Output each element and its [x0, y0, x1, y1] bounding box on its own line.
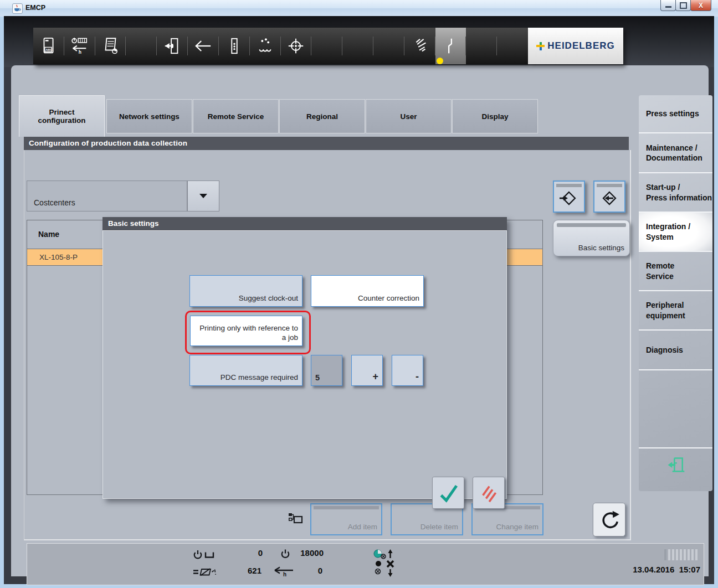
exit-button[interactable]: [639, 448, 712, 482]
window-title: EMCP: [25, 4, 45, 12]
pdc-message-required-button[interactable]: PDC message required: [189, 355, 302, 386]
sheet-report-button[interactable]: [95, 28, 126, 64]
sheet-report-icon: [101, 37, 120, 55]
press-state-icon-cluster: [372, 548, 398, 580]
date-label: 13.04.2016: [633, 565, 674, 574]
import-diamond-icon: [559, 188, 579, 208]
tab-label: User: [400, 112, 417, 121]
costcenter-name: XL-105-8-P: [39, 253, 78, 261]
counter-correction-button[interactable]: Counter correction: [311, 275, 424, 307]
counter-value-3: 621: [234, 566, 261, 575]
add-item-button[interactable]: Add item: [310, 503, 382, 535]
dialog-body: Suggest clock-out Counter correction Pri…: [102, 230, 507, 499]
close-button[interactable]: X: [690, 0, 711, 11]
toolbar-empty-slot: [311, 28, 342, 64]
exit-door-icon: [666, 455, 686, 476]
maximize-icon: [680, 2, 687, 9]
chevron-down-icon: [199, 194, 207, 198]
cancel-button[interactable]: [473, 477, 505, 509]
cancel-slashes-icon: [476, 480, 501, 506]
register-cross-button[interactable]: [281, 28, 312, 64]
arrow-h-icon: h: [274, 566, 295, 580]
sheet-infeed-icon: [163, 37, 182, 55]
service-impression-button[interactable]: [435, 28, 466, 64]
printing-only-with-reference-button[interactable]: Printing only with reference to a job: [190, 316, 302, 346]
title-bar: EMCP X: [0, 0, 718, 17]
power-tray-icon: [193, 550, 216, 562]
counter-readout-button[interactable]: h: [64, 28, 95, 64]
sidebar-item-label: Diagnosis: [646, 345, 683, 355]
export-button[interactable]: [593, 180, 625, 213]
register-cross-icon: [286, 37, 305, 55]
costcenters-dropdown-button[interactable]: [187, 180, 219, 212]
heidelberg-plus-mark-icon: [536, 42, 545, 50]
window-frame: Prinect configuration Network settings R…: [4, 16, 714, 584]
main-panel: Prinect configuration Network settings R…: [11, 65, 709, 576]
washup-button[interactable]: [250, 28, 281, 64]
sidebar-spacer: [639, 370, 712, 448]
network-pc-icon: [288, 512, 303, 528]
sidebar-item-integration-system[interactable]: Integration / System: [639, 213, 712, 252]
sidebar-item-label: Peripheral equipment: [646, 300, 685, 320]
maximize-button[interactable]: [675, 0, 691, 11]
sheet-infeed-button[interactable]: [157, 28, 188, 64]
plus-icon: +: [372, 370, 378, 383]
load-meter: [664, 549, 698, 560]
tab-regional[interactable]: Regional: [279, 99, 365, 133]
tab-user[interactable]: User: [366, 99, 452, 133]
java-app-icon: [12, 3, 23, 14]
column-header-name: Name: [38, 230, 59, 239]
toolbar-empty-slot: [497, 28, 528, 64]
svg-text:h: h: [78, 49, 81, 55]
powder-spray-button[interactable]: [404, 28, 435, 64]
pdc-count-value[interactable]: 5: [311, 355, 342, 386]
basic-settings-button-label: Basic settings: [578, 244, 624, 252]
washup-icon: [256, 37, 275, 55]
svg-text:ABC: ABC: [45, 48, 53, 51]
costcenters-field[interactable]: Costcenters: [27, 180, 187, 212]
toolbar-empty-slot: [126, 28, 157, 64]
sidebar-item-diagnosis[interactable]: Diagnosis: [639, 331, 712, 370]
sidebar-item-maintenance-documentation[interactable]: Maintenance / Documentation: [639, 133, 712, 173]
dialog-title: Basic settings: [102, 217, 507, 230]
main-toolbar: ABC h: [33, 28, 528, 64]
counter-value-4: 0: [301, 566, 322, 575]
tab-prinect-configuration[interactable]: Prinect configuration: [19, 95, 105, 137]
sidebar-item-press-settings[interactable]: Press settings: [639, 95, 712, 133]
import-button[interactable]: [553, 180, 585, 213]
sidebar-item-label: Integration / System: [646, 221, 690, 241]
section-header: Configuration of production data collect…: [24, 137, 629, 150]
tab-network-settings[interactable]: Network settings: [106, 99, 192, 133]
suggest-clock-out-button[interactable]: Suggest clock-out: [189, 275, 302, 307]
sidebar-item-remote-service[interactable]: Remote Service: [639, 252, 712, 291]
sidebar-item-label: Start-up / Press information: [646, 182, 712, 202]
decrement-button[interactable]: -: [392, 355, 423, 386]
increment-button[interactable]: +: [351, 355, 383, 386]
sidebar-item-peripheral-equipment[interactable]: Peripheral equipment: [639, 291, 712, 331]
sidebar-navigation: Press settings Maintenance / Documentati…: [639, 95, 712, 491]
sidebar-item-label: Maintenance / Documentation: [646, 143, 702, 163]
counter-readout-icon: h: [70, 37, 89, 55]
service-impression-icon: [441, 37, 460, 55]
confirm-button[interactable]: [432, 477, 464, 509]
basic-settings-button[interactable]: Basic settings: [553, 220, 630, 256]
sidebar-item-startup-press-information[interactable]: Start-up / Press information: [639, 173, 712, 213]
arrow-left-button[interactable]: [188, 28, 219, 64]
datetime-display: 13.04.2016 15:07: [595, 565, 700, 574]
costcenters-label: Costcenters: [34, 198, 75, 207]
job-data-card-button[interactable]: ABC: [33, 28, 64, 64]
minimize-button[interactable]: [660, 0, 676, 11]
tab-label: Network settings: [119, 112, 180, 121]
heidelberg-logo-text: HEIDELBERG: [547, 40, 614, 51]
door-marks-button[interactable]: [219, 28, 250, 64]
minus-icon: -: [416, 370, 419, 383]
refresh-button[interactable]: [593, 503, 625, 537]
time-label: 15:07: [679, 565, 700, 574]
counter-sheet-icon: [192, 568, 217, 580]
close-icon: X: [699, 2, 703, 9]
status-bar: 0 18000 621 h 0: [27, 543, 704, 585]
refresh-icon: [598, 508, 621, 532]
tab-display[interactable]: Display: [452, 99, 538, 133]
tab-remote-service[interactable]: Remote Service: [193, 99, 279, 133]
minimize-icon: [665, 6, 671, 8]
